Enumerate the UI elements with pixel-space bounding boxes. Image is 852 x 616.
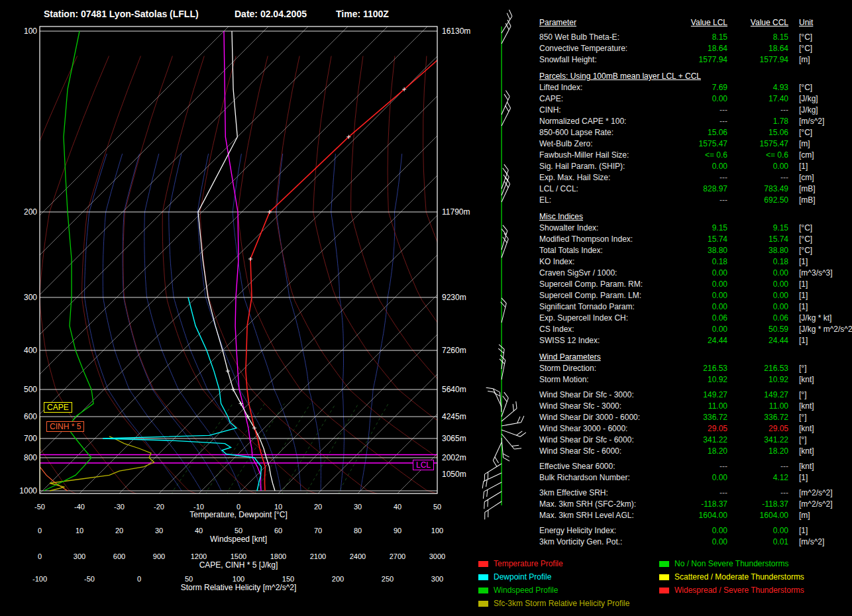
table-row: Supercell Comp. Param. RM:0.000.00[1] (539, 279, 848, 290)
height-label: 11790m (442, 207, 470, 217)
table-row: EL:---692.50[mB] (539, 195, 848, 206)
table-cell-ccl: 10.92 (727, 374, 788, 385)
table-cell-unit: [knt] (788, 401, 848, 412)
table-cell-lcl: --- (670, 461, 727, 472)
table-cell-param: Modified Thompson Index: (539, 234, 670, 245)
table-cell-param: Significant Tornado Param: (539, 301, 670, 313)
table-cell-unit: [1] (788, 472, 848, 484)
table-cell-unit: [knt] (788, 423, 848, 435)
table-row: Wind Shear Dir Sfc - 6000:341.22341.22[°… (539, 435, 848, 446)
table-cell-unit: [J/kg] (788, 105, 848, 116)
dewpoint-profile (103, 297, 261, 491)
table-cell-param: KO Index: (539, 256, 670, 268)
table-cell-unit: [1] (788, 256, 848, 268)
axis-tick-srh: -100 (25, 575, 54, 583)
table-cell-param: Sig. Hail Param. (SHIP): (539, 161, 670, 172)
axis-tick-srh: 50 (174, 575, 203, 583)
table-cell-lcl: --- (670, 195, 727, 206)
wind-barb (502, 437, 509, 462)
table-cell-unit: [m^2/s^2] (788, 499, 848, 510)
legend-swatch (478, 588, 488, 593)
table-cell-ccl: --- (727, 105, 788, 116)
height-label: 4245m (442, 412, 466, 421)
wind-barb (496, 164, 510, 189)
table-cell-unit: [cm] (788, 150, 848, 161)
table-cell-ccl: 15.06 (727, 127, 788, 138)
table-row: 3km Effective SRH:------[m^2/s^2] (539, 488, 848, 499)
axis-tick-cape: 1800 (264, 552, 293, 560)
table-cell-lcl: 0.00 (670, 268, 727, 279)
table-cell-unit: [m] (788, 54, 848, 66)
table-cell-lcl: 24.44 (670, 335, 727, 346)
axis-title-srh: Storm Relative Helicity [m^2/s^2] (40, 583, 437, 592)
table-cell-lcl: 149.27 (670, 389, 727, 401)
table-cell-ccl: 29.05 (727, 423, 788, 435)
table-cell-ccl: 0.01 (727, 537, 788, 548)
sounding-analysis-window: Station: 07481 Lyon-Satolas (LFLL) Date:… (0, 0, 852, 616)
height-label: 7260m (442, 346, 466, 355)
table-cell-ccl: 1577.94 (727, 54, 788, 66)
table-cell-lcl: 0.00 (670, 301, 727, 313)
table-header: Value LCL (670, 17, 727, 28)
table-row: Exp. Supercell Index CH:0.060.06[J/kg * … (539, 313, 848, 324)
table-cell-unit: [°] (788, 389, 848, 401)
table-cell-unit: [1] (788, 525, 848, 537)
table-cell-lcl: 0.06 (670, 313, 727, 324)
table-row: Storm Motion:10.9210.92[knt] (539, 374, 848, 385)
legend-swatch (478, 601, 488, 607)
table-cell-ccl: 692.50 (727, 195, 788, 206)
table-cell-ccl: 341.22 (727, 435, 788, 446)
legend-label: Windspeed Profile (494, 586, 558, 595)
table-cell-lcl: --- (670, 172, 727, 183)
table-cell-unit: [mB] (788, 183, 848, 195)
axis-tick-wind: 80 (343, 527, 372, 535)
table-cell-lcl: 336.72 (670, 412, 727, 423)
table-row: Wind Shear Dir 3000 - 6000:336.72336.72[… (539, 412, 848, 423)
table-row: Storm Direction:216.53216.53[°] (539, 363, 848, 374)
table-cell-lcl: 1604.00 (670, 510, 727, 521)
axis-tick-wind: 10 (65, 527, 94, 535)
table-cell-param: Craven SigSvr / 1000: (539, 268, 670, 279)
height-label: 1050m (442, 470, 466, 479)
table-cell-unit: [1] (788, 290, 848, 301)
table-cell-lcl: 216.53 (670, 363, 727, 374)
pressure-label: 300 (12, 293, 37, 302)
table-cell-param: Snowfall Height: (539, 54, 670, 66)
table-cell-lcl: 0.00 (670, 93, 727, 105)
table-cell-unit: [°C] (788, 234, 848, 245)
table-cell-lcl: 15.74 (670, 234, 727, 245)
table-cell-unit: [knt] (788, 461, 848, 472)
height-label: 3065m (442, 434, 466, 443)
cape-annotation: CAPE (44, 402, 72, 413)
table-cell-ccl: 1575.47 (727, 138, 788, 150)
axis-title-temp: Temperature, Dewpoint [°C] (40, 510, 437, 519)
axis-title-cape: CAPE, CINH * 5 [J/kg] (40, 560, 437, 570)
table-cell-ccl: 17.40 (727, 93, 788, 105)
table-cell-unit: [1] (788, 301, 848, 313)
legend-label: Scattered / Moderate Thunderstorms (674, 572, 804, 582)
legend-swatch (659, 561, 669, 567)
table-row: Showalter Index:9.159.15[°C] (539, 223, 848, 234)
table-cell-ccl: 336.72 (727, 412, 788, 423)
table-cell-ccl: --- (727, 461, 788, 472)
table-row: SWISS 12 Index:24.4424.44[1] (539, 335, 848, 346)
table-cell-unit: [°] (788, 363, 848, 374)
table-row: Snowfall Height:1577.941577.94[m] (539, 54, 848, 66)
table-cell-param: EL: (539, 195, 670, 206)
table-cell-param: Fawbush-Miller Hail Size: (539, 150, 670, 161)
table-cell-unit: [m^2/s^2] (788, 488, 848, 499)
table-cell-unit: [°C] (788, 127, 848, 138)
table-cell-lcl: 18.20 (670, 446, 727, 457)
table-cell-lcl: --- (670, 116, 727, 127)
table-row: Significant Tornado Param:0.000.00[1] (539, 301, 848, 313)
table-cell-ccl: -118.37 (727, 499, 788, 510)
table-cell-ccl: 0.00 (727, 268, 788, 279)
table-cell-unit: [°] (788, 435, 848, 446)
table-cell-param: Storm Direction: (539, 363, 670, 374)
table-cell-unit: [m] (788, 510, 848, 521)
table-row: Convective Temperature:18.6418.64[°C] (539, 43, 848, 54)
height-label: 2002m (442, 453, 466, 462)
table-cell-param: Normalized CAPE * 100: (539, 116, 670, 127)
table-cell-ccl: 4.93 (727, 82, 788, 93)
axis-tick-wind: 60 (264, 527, 293, 535)
